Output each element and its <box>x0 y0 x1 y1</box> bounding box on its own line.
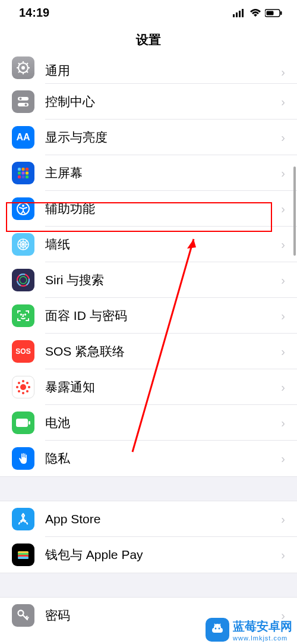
chevron-right-icon: › <box>281 65 285 79</box>
page-title: 设置 <box>0 23 297 58</box>
watermark-brand: 蓝莓安卓网 <box>233 620 292 633</box>
appstore-icon <box>12 508 34 530</box>
chevron-right-icon: › <box>281 452 285 466</box>
row-label: 通用 <box>45 62 281 79</box>
wifi-icon <box>249 9 261 17</box>
svg-rect-28 <box>22 175 25 178</box>
watermark-text: 蓝莓安卓网 www.lmkjst.com <box>233 618 292 642</box>
svg-point-62 <box>215 628 217 630</box>
watermark-url: www.lmkjst.com <box>233 634 292 642</box>
chevron-right-icon: › <box>281 202 285 216</box>
svg-rect-27 <box>18 175 21 178</box>
status-bar: 14:19 <box>0 0 297 23</box>
row-label: SOS 紧急联络 <box>45 343 281 360</box>
svg-point-43 <box>25 314 26 315</box>
chevron-right-icon: › <box>281 513 285 526</box>
svg-point-48 <box>29 387 30 388</box>
scroll-indicator <box>293 167 296 256</box>
svg-point-52 <box>27 382 29 384</box>
row-label: 主屏幕 <box>45 165 281 181</box>
chevron-right-icon: › <box>281 167 285 180</box>
row-display-brightness[interactable]: AA 显示与亮度 › <box>0 120 297 155</box>
svg-rect-26 <box>26 172 29 175</box>
row-home-screen[interactable]: 主屏幕 › <box>0 155 297 191</box>
home-grid-icon <box>12 162 34 184</box>
row-label: 墙纸 <box>45 236 281 253</box>
svg-rect-53 <box>16 419 28 427</box>
svg-rect-21 <box>18 168 21 171</box>
row-label: Siri 与搜索 <box>45 272 281 288</box>
svg-rect-6 <box>280 11 282 15</box>
svg-rect-22 <box>22 168 25 171</box>
svg-line-14 <box>26 71 28 73</box>
row-label: 辅助功能 <box>45 200 281 217</box>
cellular-icon <box>233 9 246 17</box>
row-label: 显示与亮度 <box>45 129 281 146</box>
chevron-right-icon: › <box>281 274 285 287</box>
row-emergency-sos[interactable]: SOS SOS 紧急联络 › <box>0 334 297 369</box>
row-accessibility[interactable]: 辅助功能 › <box>0 191 297 227</box>
svg-point-50 <box>27 391 29 392</box>
svg-rect-1 <box>236 12 238 17</box>
chevron-right-icon: › <box>281 95 285 109</box>
faceid-icon <box>12 304 34 327</box>
chevron-right-icon: › <box>281 381 285 394</box>
svg-point-49 <box>18 382 20 384</box>
svg-point-42 <box>21 314 22 315</box>
svg-line-13 <box>18 63 20 65</box>
chevron-right-icon: › <box>281 345 285 359</box>
row-wallet-applepay[interactable]: 钱包与 Apple Pay › <box>0 537 297 573</box>
svg-point-63 <box>219 628 220 630</box>
svg-point-47 <box>17 387 18 388</box>
row-control-center[interactable]: 控制中心 › <box>0 84 297 120</box>
siri-icon <box>12 269 34 291</box>
row-label: 面容 ID 与密码 <box>45 307 281 324</box>
status-indicators <box>233 9 283 17</box>
chevron-right-icon: › <box>281 416 285 430</box>
wallpaper-icon <box>12 233 34 256</box>
svg-point-31 <box>22 205 24 207</box>
svg-rect-25 <box>22 172 25 175</box>
row-privacy[interactable]: 隐私 › <box>0 441 297 476</box>
svg-rect-5 <box>267 11 274 15</box>
svg-rect-29 <box>26 175 29 178</box>
row-faceid-passcode[interactable]: 面容 ID 与密码 › <box>0 298 297 334</box>
svg-line-15 <box>18 71 20 73</box>
section-gap <box>0 573 297 598</box>
row-siri-search[interactable]: Siri 与搜索 › <box>0 262 297 298</box>
toggles-icon <box>12 90 34 113</box>
svg-rect-0 <box>233 14 235 17</box>
section-gap <box>0 476 297 501</box>
sos-icon: SOS <box>12 340 34 363</box>
settings-list: 通用 › 控制中心 › AA 显示与亮度 › 主屏幕 › 辅助功能 › 墙纸 › <box>0 58 297 633</box>
chevron-right-icon: › <box>281 131 285 144</box>
key-icon <box>12 604 34 627</box>
row-exposure-notification[interactable]: 暴露通知 › <box>0 369 297 405</box>
svg-point-8 <box>21 66 25 70</box>
chevron-right-icon: › <box>281 548 285 562</box>
text-size-icon: AA <box>12 126 34 149</box>
row-wallpaper[interactable]: 墙纸 › <box>0 227 297 262</box>
battery-icon <box>265 9 283 17</box>
row-label: 电池 <box>45 414 281 431</box>
row-battery[interactable]: 电池 › <box>0 405 297 441</box>
svg-point-45 <box>23 381 24 382</box>
chevron-right-icon: › <box>281 238 285 252</box>
svg-rect-3 <box>242 9 244 17</box>
watermark-logo-icon <box>206 618 229 642</box>
row-general[interactable]: 通用 › <box>0 58 297 84</box>
svg-point-44 <box>20 384 26 390</box>
row-label: 钱包与 Apple Pay <box>45 546 281 563</box>
wallet-icon <box>12 544 34 566</box>
svg-rect-23 <box>26 168 29 171</box>
svg-point-41 <box>20 277 27 284</box>
gear-icon <box>12 56 34 79</box>
row-app-store[interactable]: App Store › <box>0 501 297 537</box>
exposure-icon <box>12 376 34 398</box>
status-time: 14:19 <box>19 6 49 20</box>
svg-rect-54 <box>29 421 30 425</box>
row-label: 控制中心 <box>45 93 281 110</box>
svg-point-46 <box>23 392 24 394</box>
svg-point-51 <box>18 391 20 392</box>
watermark: 蓝莓安卓网 www.lmkjst.com <box>201 615 297 644</box>
